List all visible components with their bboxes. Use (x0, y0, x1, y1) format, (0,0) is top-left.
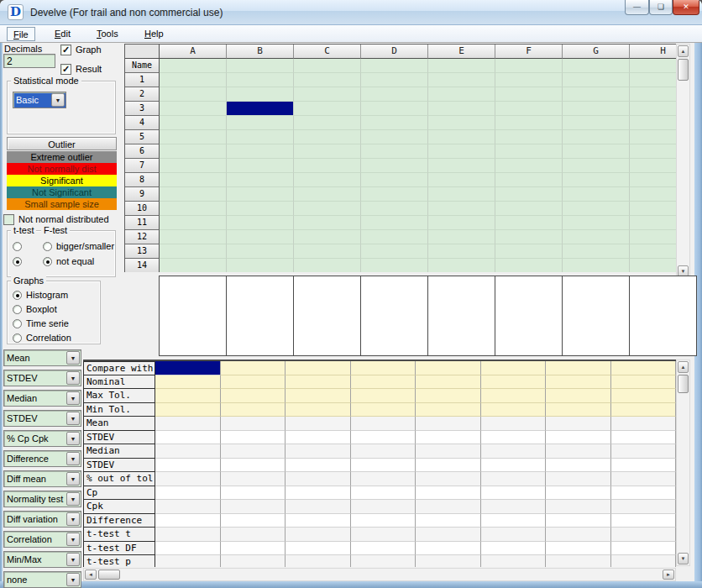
result-cell[interactable] (611, 375, 676, 390)
grid-cell[interactable] (294, 102, 361, 116)
results-vscrollbar[interactable]: ▲ ▼ (676, 360, 690, 566)
graphs-radio-correlation[interactable]: Correlation (13, 333, 97, 344)
grid-cell[interactable] (227, 259, 294, 272)
result-cell[interactable] (351, 403, 416, 417)
grid-cell[interactable] (361, 130, 428, 144)
grid-cell[interactable] (227, 244, 294, 259)
result-cell[interactable] (611, 403, 676, 417)
chevron-down-icon[interactable]: ▼ (66, 533, 80, 546)
chevron-down-icon[interactable]: ▼ (66, 492, 80, 506)
grid-cell[interactable] (160, 73, 227, 87)
grid-cell[interactable] (361, 202, 428, 216)
grid-cell[interactable] (495, 116, 563, 130)
grid-cell[interactable] (495, 216, 563, 230)
result-cell[interactable] (481, 389, 546, 403)
grid-cell[interactable] (630, 216, 676, 230)
result-cell[interactable] (611, 389, 676, 403)
grid-cell[interactable] (563, 59, 630, 73)
grid-cell[interactable] (630, 144, 676, 159)
result-cell[interactable] (286, 403, 350, 417)
grid-cell[interactable] (428, 159, 495, 173)
row-header-name[interactable]: Name (125, 59, 160, 73)
result-cell[interactable] (351, 375, 416, 390)
grid-cell[interactable] (563, 244, 630, 259)
grid-cell[interactable] (428, 259, 495, 272)
grid-cell[interactable] (227, 73, 294, 87)
grid-cell[interactable] (294, 173, 361, 187)
grid-cell[interactable] (428, 230, 495, 244)
analysis-dropdown-9[interactable]: Correlation▼ (3, 531, 81, 548)
result-cell[interactable] (481, 403, 546, 417)
result-cell[interactable] (351, 361, 416, 375)
grid-cell[interactable] (160, 144, 227, 159)
statistical-mode-combobox[interactable]: Basic ▼ (13, 92, 66, 108)
selected-cell[interactable] (227, 102, 294, 116)
grid-cell[interactable] (294, 259, 361, 272)
result-cell[interactable] (221, 375, 286, 390)
chevron-down-icon[interactable]: ▼ (66, 432, 80, 445)
analysis-dropdown-8[interactable]: Diff variation▼ (3, 511, 81, 528)
grid-cell[interactable] (630, 102, 676, 116)
grid-cell[interactable] (160, 259, 227, 272)
grid-cell[interactable] (294, 73, 361, 87)
grid-cell[interactable] (361, 87, 428, 102)
chevron-down-icon[interactable]: ▼ (66, 452, 80, 465)
grid-cell[interactable] (495, 73, 563, 87)
grid-cell[interactable] (361, 73, 428, 87)
grid-cell[interactable] (630, 230, 676, 244)
column-header-B[interactable]: B (227, 45, 294, 59)
grid-cell[interactable] (160, 59, 227, 73)
grid-cell[interactable] (495, 102, 563, 116)
analysis-dropdown-10[interactable]: Min/Max▼ (3, 551, 81, 568)
analysis-dropdown-11[interactable]: none▼ (3, 571, 81, 588)
grid-cell[interactable] (361, 230, 428, 244)
graphs-radio-boxplot[interactable]: Boxplot (13, 304, 97, 316)
result-cell[interactable] (155, 375, 220, 390)
result-cell[interactable] (481, 375, 546, 390)
column-header-H[interactable]: H (630, 45, 676, 59)
grid-cell[interactable] (563, 173, 630, 187)
grid-cell[interactable] (563, 130, 630, 144)
grid-cell[interactable] (428, 130, 495, 144)
grid-cell[interactable] (160, 130, 227, 144)
grid-cell[interactable] (294, 230, 361, 244)
grid-cell[interactable] (495, 173, 563, 187)
maximize-button[interactable]: ❏ (649, 0, 673, 15)
grid-cell[interactable] (160, 216, 227, 230)
grid-cell[interactable] (563, 144, 630, 159)
grid-cell[interactable] (563, 159, 630, 173)
grid-cell[interactable] (563, 102, 630, 116)
grid-cell[interactable] (495, 259, 563, 272)
analysis-dropdown-6[interactable]: Diff mean▼ (3, 470, 81, 487)
grid-cell[interactable] (227, 173, 294, 187)
result-cell[interactable] (416, 375, 480, 390)
row-header-11[interactable]: 11 (125, 216, 160, 230)
grid-cell[interactable] (294, 144, 361, 159)
t-test-radio-1[interactable] (13, 256, 24, 268)
f-test-radio-not-equal[interactable]: not equal (43, 256, 115, 268)
grid-cell[interactable] (495, 87, 563, 102)
grid-cell[interactable] (563, 87, 630, 102)
graph-checkbox[interactable]: ✓ Graph (60, 45, 119, 56)
grid-cell[interactable] (630, 116, 676, 130)
result-cell[interactable] (286, 375, 350, 390)
grid-cell[interactable] (495, 144, 563, 159)
grid-cell[interactable] (428, 244, 495, 259)
grid-cell[interactable] (495, 130, 563, 144)
grid-cell[interactable] (361, 116, 428, 130)
grid-cell[interactable] (428, 173, 495, 187)
result-cell[interactable] (546, 403, 610, 417)
grid-cell[interactable] (630, 87, 676, 102)
result-cell[interactable] (155, 389, 220, 403)
grid-cell[interactable] (227, 230, 294, 244)
row-header-12[interactable]: 12 (125, 230, 160, 244)
column-header-F[interactable]: F (495, 45, 563, 59)
row-header-7[interactable]: 7 (125, 159, 160, 173)
result-cell[interactable] (546, 389, 610, 403)
grid-cell[interactable] (563, 259, 630, 272)
menu-item-edit[interactable]: Edit (49, 27, 76, 41)
grid-cell[interactable] (294, 87, 361, 102)
spreadsheet-vscroll-thumb[interactable] (678, 59, 689, 81)
result-checkbox[interactable]: ✓ Result (60, 64, 119, 76)
chevron-down-icon[interactable]: ▼ (66, 573, 80, 586)
